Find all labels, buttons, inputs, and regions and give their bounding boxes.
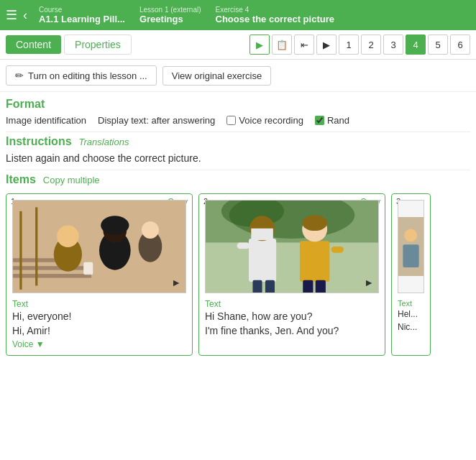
card-3-image: [398, 200, 424, 293]
lesson-label: Lesson 1 (external): [139, 6, 201, 14]
instructions-header: Instructions Translations: [6, 135, 470, 148]
svg-rect-22: [300, 241, 329, 282]
card-3: 3 Text Hel... Nic...: [391, 193, 431, 356]
card-2-alt-text: I'm fine thanks, Jen. And you?: [205, 325, 379, 336]
tab-properties[interactable]: Properties: [64, 34, 132, 55]
cards-container: 1 Copy: [0, 193, 476, 356]
svg-point-32: [404, 229, 417, 242]
course-value: A1.1 Learning Pill...: [39, 14, 125, 24]
page-1[interactable]: 1: [339, 34, 359, 55]
items-header: Items Copy multiple: [6, 173, 470, 186]
back-icon[interactable]: ‹: [23, 8, 27, 23]
breadcrumb-course: Course A1.1 Learning Pill...: [39, 6, 125, 24]
card-2-text-value: Hi Shane, how are you?: [205, 310, 379, 322]
lesson-value: Greetings: [139, 14, 201, 24]
voice-recording-text: Voice recording: [239, 115, 303, 126]
svg-point-6: [57, 226, 79, 248]
format-section: Format Image identification Display text…: [0, 92, 476, 132]
course-label: Course: [39, 6, 125, 14]
svg-point-9: [101, 216, 129, 234]
card-2-image: ►: [205, 200, 379, 293]
svg-rect-28: [265, 280, 275, 293]
instructions-section: Instructions Translations Listen again a…: [0, 132, 476, 170]
card-3-alt-text: Nic...: [398, 322, 424, 332]
page-6[interactable]: 6: [450, 34, 470, 55]
items-title: Items: [6, 173, 36, 186]
rand-checkbox[interactable]: [315, 116, 324, 125]
svg-rect-26: [331, 247, 344, 253]
prev-page-button[interactable]: ▶: [316, 34, 337, 55]
exercise-label: Exercise 4: [216, 6, 334, 14]
card-2-play-arrow[interactable]: ►: [364, 277, 374, 288]
exercise-value: Choose the correct picture: [216, 14, 334, 24]
translations-link[interactable]: Translations: [79, 137, 129, 147]
first-page-button[interactable]: ⇤: [294, 34, 314, 55]
card-1-voice-label: Voice: [12, 339, 33, 349]
page-3[interactable]: 3: [383, 34, 403, 55]
card-2: 2 Copy: [198, 193, 385, 356]
card-1-voice-link[interactable]: Voice ▼: [12, 339, 186, 349]
card-1-image: ►: [12, 200, 186, 293]
format-type: Image identification: [6, 115, 86, 126]
copy-multiple-link[interactable]: Copy multiple: [43, 175, 100, 185]
edit-button[interactable]: ✏ Turn on editing this lesson ...: [6, 65, 157, 86]
svg-rect-30: [316, 280, 326, 293]
card-1-alt-text: Hi, Amir!: [12, 325, 186, 336]
play-button[interactable]: ▶: [250, 34, 270, 55]
svg-rect-33: [403, 244, 418, 267]
pencil-icon: ✏: [15, 70, 24, 81]
nav-controls: ▶ 📋 ⇤ ▶ 1 2 3 4 5 6: [250, 34, 470, 55]
format-display: Display text: after answering: [98, 115, 215, 126]
instructions-text: Listen again and choose the correct pict…: [6, 152, 470, 164]
view-label: View original exercise: [172, 70, 262, 81]
view-original-button[interactable]: View original exercise: [163, 66, 272, 86]
svg-rect-29: [303, 280, 313, 293]
breadcrumb: Course A1.1 Learning Pill... Lesson 1 (e…: [39, 6, 334, 24]
voice-recording-checkbox[interactable]: [226, 116, 236, 125]
card-1-text-label: Text: [12, 299, 186, 309]
top-bar: ☰ ‹ Course A1.1 Learning Pill... Lesson …: [0, 0, 476, 30]
svg-rect-21: [251, 229, 273, 240]
tab-content[interactable]: Content: [6, 35, 61, 54]
svg-rect-4: [13, 274, 91, 277]
svg-point-24: [302, 215, 327, 231]
card-1-play-arrow[interactable]: ►: [171, 277, 181, 288]
menu-icon[interactable]: ☰: [6, 7, 17, 23]
svg-rect-12: [83, 262, 93, 275]
breadcrumb-exercise: Exercise 4 Choose the correct picture: [216, 6, 334, 24]
page-5[interactable]: 5: [428, 34, 448, 55]
items-section: Items Copy multiple: [0, 170, 476, 193]
card-2-text-label: Text: [205, 299, 379, 309]
card-3-text-label: Text: [398, 299, 424, 308]
svg-point-11: [142, 221, 159, 239]
breadcrumb-lesson: Lesson 1 (external) Greetings: [139, 6, 201, 24]
format-title: Format: [6, 98, 470, 111]
rand-text: Rand: [327, 115, 349, 126]
rand-label[interactable]: Rand: [315, 115, 349, 126]
card-1-text-value: Hi, everyone!: [12, 310, 186, 322]
card-1: 1 Copy: [6, 193, 193, 356]
format-row: Image identification Display text: after…: [6, 115, 470, 126]
card-2-svg: [206, 200, 378, 293]
svg-rect-19: [249, 239, 276, 282]
instructions-title: Instructions: [6, 135, 72, 148]
page-4[interactable]: 4: [406, 34, 426, 55]
svg-rect-27: [252, 280, 262, 293]
voice-recording-label[interactable]: Voice recording: [226, 115, 303, 126]
card-1-svg: [13, 200, 186, 293]
card-3-text-value: Hel...: [398, 309, 424, 319]
svg-rect-25: [237, 243, 250, 249]
card-3-svg: [398, 217, 424, 277]
tabs-row: Content Properties ▶ 📋 ⇤ ▶ 1 2 3 4 5 6: [0, 30, 476, 60]
edit-label: Turn on editing this lesson ...: [28, 70, 147, 81]
copy-button[interactable]: 📋: [272, 34, 292, 55]
action-row: ✏ Turn on editing this lesson ... View o…: [0, 60, 476, 92]
page-2[interactable]: 2: [361, 34, 381, 55]
